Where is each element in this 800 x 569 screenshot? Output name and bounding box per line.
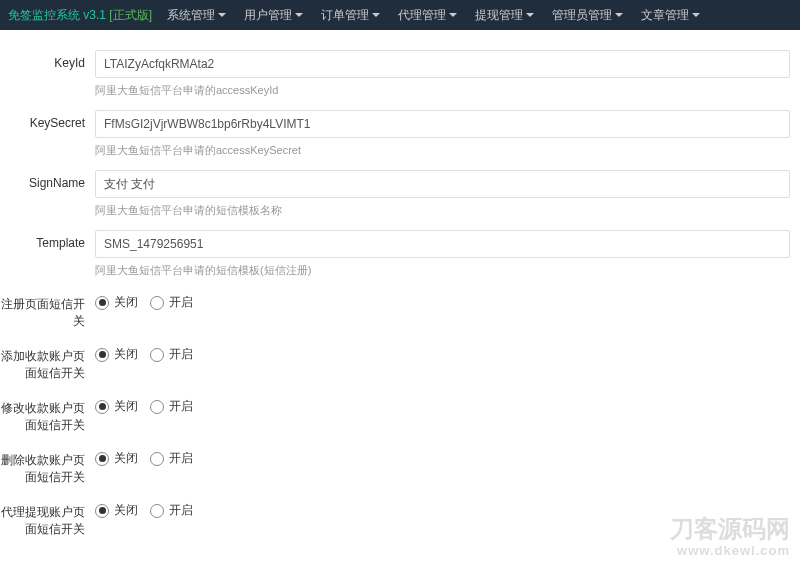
- radio-delete-on[interactable]: 开启: [150, 450, 193, 467]
- radio-agent-on[interactable]: 开启: [150, 502, 193, 519]
- chevron-down-icon: [692, 13, 700, 17]
- help-signname: 阿里大鱼短信平台申请的短信模板名称: [95, 203, 790, 218]
- form-group-keysecret: KeySecret 阿里大鱼短信平台申请的accessKeySecret: [0, 110, 800, 158]
- watermark: 刀客源码网 www.dkewl.com: [670, 515, 790, 559]
- radio-icon: [95, 348, 109, 362]
- radio-icon: [150, 452, 164, 466]
- nav-withdraw-manage[interactable]: 提现管理: [475, 7, 534, 24]
- label-template: Template: [0, 230, 95, 250]
- radio-group-delete-account-sms: 关闭 开启: [95, 446, 790, 467]
- label-signname: SignName: [0, 170, 95, 190]
- form-group-template: Template 阿里大鱼短信平台申请的短信模板(短信注册): [0, 230, 800, 278]
- label-register-sms: 注册页面短信开关: [0, 290, 95, 330]
- watermark-text: 刀客源码网: [670, 515, 790, 544]
- nav-user-manage[interactable]: 用户管理: [244, 7, 303, 24]
- nav-agent-manage[interactable]: 代理管理: [398, 7, 457, 24]
- chevron-down-icon: [218, 13, 226, 17]
- radio-icon: [150, 504, 164, 518]
- radio-icon: [95, 400, 109, 414]
- navbar-brand: 免签监控系统 v3.1 [正式版]: [8, 7, 152, 24]
- label-add-account-sms: 添加收款账户页面短信开关: [0, 342, 95, 382]
- navbar: 免签监控系统 v3.1 [正式版] 系统管理 用户管理 订单管理 代理管理 提现…: [0, 0, 800, 30]
- radio-agent-off[interactable]: 关闭: [95, 502, 138, 519]
- label-keysecret: KeySecret: [0, 110, 95, 130]
- help-keyid: 阿里大鱼短信平台申请的accessKeyId: [95, 83, 790, 98]
- help-keysecret: 阿里大鱼短信平台申请的accessKeySecret: [95, 143, 790, 158]
- nav-system-manage[interactable]: 系统管理: [167, 7, 226, 24]
- chevron-down-icon: [526, 13, 534, 17]
- chevron-down-icon: [295, 13, 303, 17]
- input-keysecret[interactable]: [95, 110, 790, 138]
- chevron-down-icon: [372, 13, 380, 17]
- label-delete-account-sms: 删除收款账户页面短信开关: [0, 446, 95, 486]
- input-signname[interactable]: [95, 170, 790, 198]
- form-group-signname: SignName 阿里大鱼短信平台申请的短信模板名称: [0, 170, 800, 218]
- radio-icon: [150, 348, 164, 362]
- radio-icon: [95, 452, 109, 466]
- radio-modify-off[interactable]: 关闭: [95, 398, 138, 415]
- label-modify-account-sms: 修改收款账户页面短信开关: [0, 394, 95, 434]
- form-content: KeyId 阿里大鱼短信平台申请的accessKeyId KeySecret 阿…: [0, 30, 800, 569]
- input-template[interactable]: [95, 230, 790, 258]
- radio-group-modify-account-sms: 关闭 开启: [95, 394, 790, 415]
- brand-text: 免签监控系统 v3.1: [8, 8, 109, 22]
- input-keyid[interactable]: [95, 50, 790, 78]
- label-agent-withdraw-sms: 代理提现账户页面短信开关: [0, 498, 95, 538]
- nav-order-manage[interactable]: 订单管理: [321, 7, 380, 24]
- brand-badge: [正式版]: [109, 8, 152, 22]
- nav-admin-manage[interactable]: 管理员管理: [552, 7, 623, 24]
- radio-delete-off[interactable]: 关闭: [95, 450, 138, 467]
- help-template: 阿里大鱼短信平台申请的短信模板(短信注册): [95, 263, 790, 278]
- chevron-down-icon: [615, 13, 623, 17]
- form-group-modify-account-sms: 修改收款账户页面短信开关 关闭 开启: [0, 394, 800, 434]
- radio-icon: [95, 296, 109, 310]
- form-group-add-account-sms: 添加收款账户页面短信开关 关闭 开启: [0, 342, 800, 382]
- radio-add-on[interactable]: 开启: [150, 346, 193, 363]
- radio-modify-on[interactable]: 开启: [150, 398, 193, 415]
- watermark-url: www.dkewl.com: [670, 543, 790, 559]
- radio-add-off[interactable]: 关闭: [95, 346, 138, 363]
- chevron-down-icon: [449, 13, 457, 17]
- radio-icon: [150, 400, 164, 414]
- radio-register-off[interactable]: 关闭: [95, 294, 138, 311]
- form-group-delete-account-sms: 删除收款账户页面短信开关 关闭 开启: [0, 446, 800, 486]
- form-group-register-sms: 注册页面短信开关 关闭 开启: [0, 290, 800, 330]
- radio-icon: [95, 504, 109, 518]
- radio-group-register-sms: 关闭 开启: [95, 290, 790, 311]
- radio-register-on[interactable]: 开启: [150, 294, 193, 311]
- nav-article-manage[interactable]: 文章管理: [641, 7, 700, 24]
- radio-icon: [150, 296, 164, 310]
- form-group-keyid: KeyId 阿里大鱼短信平台申请的accessKeyId: [0, 50, 800, 98]
- radio-group-add-account-sms: 关闭 开启: [95, 342, 790, 363]
- label-keyid: KeyId: [0, 50, 95, 70]
